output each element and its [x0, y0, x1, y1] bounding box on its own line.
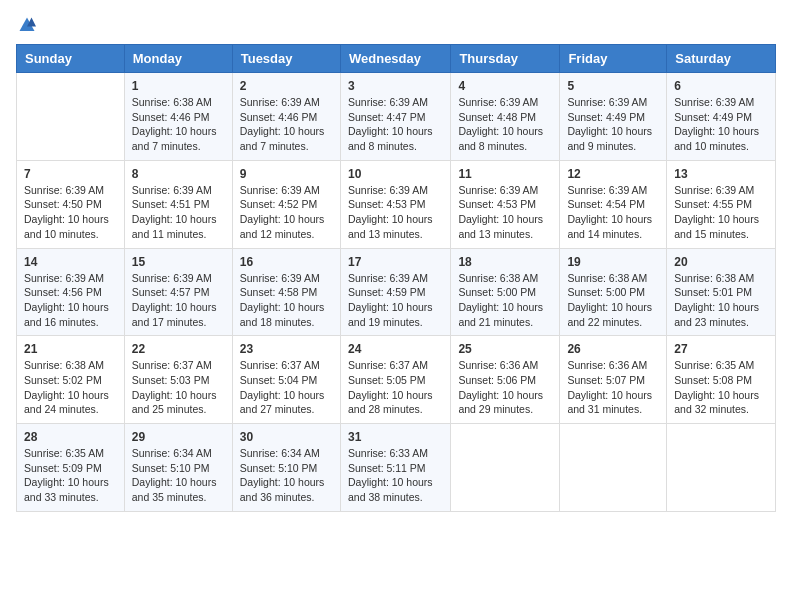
calendar-day-cell: 22Sunrise: 6:37 AMSunset: 5:03 PMDayligh… — [124, 336, 232, 424]
day-info: Sunrise: 6:39 AMSunset: 4:51 PMDaylight:… — [132, 183, 225, 242]
day-info: Sunrise: 6:33 AMSunset: 5:11 PMDaylight:… — [348, 446, 443, 505]
calendar-day-cell: 17Sunrise: 6:39 AMSunset: 4:59 PMDayligh… — [340, 248, 450, 336]
day-number: 2 — [240, 79, 333, 93]
calendar-day-cell — [667, 424, 776, 512]
day-number: 20 — [674, 255, 768, 269]
calendar-day-cell — [451, 424, 560, 512]
day-number: 27 — [674, 342, 768, 356]
day-info: Sunrise: 6:39 AMSunset: 4:59 PMDaylight:… — [348, 271, 443, 330]
calendar-day-cell: 24Sunrise: 6:37 AMSunset: 5:05 PMDayligh… — [340, 336, 450, 424]
day-info: Sunrise: 6:36 AMSunset: 5:07 PMDaylight:… — [567, 358, 659, 417]
day-number: 21 — [24, 342, 117, 356]
calendar-day-cell: 23Sunrise: 6:37 AMSunset: 5:04 PMDayligh… — [232, 336, 340, 424]
calendar-week-row: 1Sunrise: 6:38 AMSunset: 4:46 PMDaylight… — [17, 73, 776, 161]
day-number: 12 — [567, 167, 659, 181]
weekday-header: Saturday — [667, 45, 776, 73]
day-info: Sunrise: 6:38 AMSunset: 5:02 PMDaylight:… — [24, 358, 117, 417]
calendar-day-cell: 30Sunrise: 6:34 AMSunset: 5:10 PMDayligh… — [232, 424, 340, 512]
day-number: 25 — [458, 342, 552, 356]
calendar-day-cell: 25Sunrise: 6:36 AMSunset: 5:06 PMDayligh… — [451, 336, 560, 424]
day-number: 28 — [24, 430, 117, 444]
calendar-day-cell — [560, 424, 667, 512]
day-info: Sunrise: 6:37 AMSunset: 5:05 PMDaylight:… — [348, 358, 443, 417]
weekday-header: Tuesday — [232, 45, 340, 73]
day-info: Sunrise: 6:39 AMSunset: 4:48 PMDaylight:… — [458, 95, 552, 154]
calendar-week-row: 28Sunrise: 6:35 AMSunset: 5:09 PMDayligh… — [17, 424, 776, 512]
calendar-day-cell: 4Sunrise: 6:39 AMSunset: 4:48 PMDaylight… — [451, 73, 560, 161]
day-info: Sunrise: 6:39 AMSunset: 4:49 PMDaylight:… — [674, 95, 768, 154]
calendar-day-cell: 11Sunrise: 6:39 AMSunset: 4:53 PMDayligh… — [451, 160, 560, 248]
calendar-day-cell: 29Sunrise: 6:34 AMSunset: 5:10 PMDayligh… — [124, 424, 232, 512]
day-info: Sunrise: 6:35 AMSunset: 5:08 PMDaylight:… — [674, 358, 768, 417]
calendar-day-cell: 27Sunrise: 6:35 AMSunset: 5:08 PMDayligh… — [667, 336, 776, 424]
day-info: Sunrise: 6:39 AMSunset: 4:50 PMDaylight:… — [24, 183, 117, 242]
day-number: 7 — [24, 167, 117, 181]
calendar-week-row: 21Sunrise: 6:38 AMSunset: 5:02 PMDayligh… — [17, 336, 776, 424]
day-number: 23 — [240, 342, 333, 356]
day-number: 22 — [132, 342, 225, 356]
day-info: Sunrise: 6:39 AMSunset: 4:55 PMDaylight:… — [674, 183, 768, 242]
day-number: 24 — [348, 342, 443, 356]
calendar-day-cell: 3Sunrise: 6:39 AMSunset: 4:47 PMDaylight… — [340, 73, 450, 161]
day-info: Sunrise: 6:39 AMSunset: 4:52 PMDaylight:… — [240, 183, 333, 242]
day-number: 6 — [674, 79, 768, 93]
calendar-day-cell: 19Sunrise: 6:38 AMSunset: 5:00 PMDayligh… — [560, 248, 667, 336]
day-number: 26 — [567, 342, 659, 356]
calendar-day-cell: 18Sunrise: 6:38 AMSunset: 5:00 PMDayligh… — [451, 248, 560, 336]
weekday-header: Monday — [124, 45, 232, 73]
day-info: Sunrise: 6:39 AMSunset: 4:49 PMDaylight:… — [567, 95, 659, 154]
day-info: Sunrise: 6:35 AMSunset: 5:09 PMDaylight:… — [24, 446, 117, 505]
day-number: 13 — [674, 167, 768, 181]
calendar-day-cell — [17, 73, 125, 161]
day-number: 10 — [348, 167, 443, 181]
day-number: 31 — [348, 430, 443, 444]
day-info: Sunrise: 6:38 AMSunset: 5:01 PMDaylight:… — [674, 271, 768, 330]
calendar-day-cell: 6Sunrise: 6:39 AMSunset: 4:49 PMDaylight… — [667, 73, 776, 161]
calendar-day-cell: 2Sunrise: 6:39 AMSunset: 4:46 PMDaylight… — [232, 73, 340, 161]
calendar-table: SundayMondayTuesdayWednesdayThursdayFrid… — [16, 44, 776, 512]
day-info: Sunrise: 6:39 AMSunset: 4:53 PMDaylight:… — [348, 183, 443, 242]
calendar-day-cell: 9Sunrise: 6:39 AMSunset: 4:52 PMDaylight… — [232, 160, 340, 248]
day-info: Sunrise: 6:39 AMSunset: 4:47 PMDaylight:… — [348, 95, 443, 154]
calendar-day-cell: 12Sunrise: 6:39 AMSunset: 4:54 PMDayligh… — [560, 160, 667, 248]
calendar-header: SundayMondayTuesdayWednesdayThursdayFrid… — [17, 45, 776, 73]
day-number: 3 — [348, 79, 443, 93]
day-info: Sunrise: 6:34 AMSunset: 5:10 PMDaylight:… — [240, 446, 333, 505]
day-number: 29 — [132, 430, 225, 444]
day-info: Sunrise: 6:38 AMSunset: 5:00 PMDaylight:… — [567, 271, 659, 330]
calendar-week-row: 14Sunrise: 6:39 AMSunset: 4:56 PMDayligh… — [17, 248, 776, 336]
day-number: 18 — [458, 255, 552, 269]
day-info: Sunrise: 6:38 AMSunset: 5:00 PMDaylight:… — [458, 271, 552, 330]
day-info: Sunrise: 6:34 AMSunset: 5:10 PMDaylight:… — [132, 446, 225, 505]
calendar-day-cell: 14Sunrise: 6:39 AMSunset: 4:56 PMDayligh… — [17, 248, 125, 336]
calendar-day-cell: 20Sunrise: 6:38 AMSunset: 5:01 PMDayligh… — [667, 248, 776, 336]
calendar-day-cell: 15Sunrise: 6:39 AMSunset: 4:57 PMDayligh… — [124, 248, 232, 336]
day-number: 16 — [240, 255, 333, 269]
day-number: 17 — [348, 255, 443, 269]
day-number: 1 — [132, 79, 225, 93]
day-info: Sunrise: 6:39 AMSunset: 4:57 PMDaylight:… — [132, 271, 225, 330]
calendar-day-cell: 8Sunrise: 6:39 AMSunset: 4:51 PMDaylight… — [124, 160, 232, 248]
weekday-header: Wednesday — [340, 45, 450, 73]
day-number: 5 — [567, 79, 659, 93]
calendar-day-cell: 31Sunrise: 6:33 AMSunset: 5:11 PMDayligh… — [340, 424, 450, 512]
day-number: 14 — [24, 255, 117, 269]
day-info: Sunrise: 6:39 AMSunset: 4:58 PMDaylight:… — [240, 271, 333, 330]
logo — [16, 16, 36, 34]
calendar-day-cell: 5Sunrise: 6:39 AMSunset: 4:49 PMDaylight… — [560, 73, 667, 161]
weekday-header: Friday — [560, 45, 667, 73]
day-number: 4 — [458, 79, 552, 93]
day-info: Sunrise: 6:38 AMSunset: 4:46 PMDaylight:… — [132, 95, 225, 154]
day-number: 19 — [567, 255, 659, 269]
logo-icon — [18, 16, 36, 34]
day-number: 9 — [240, 167, 333, 181]
page-header — [16, 16, 776, 34]
day-info: Sunrise: 6:39 AMSunset: 4:54 PMDaylight:… — [567, 183, 659, 242]
weekday-header: Sunday — [17, 45, 125, 73]
day-number: 30 — [240, 430, 333, 444]
calendar-day-cell: 16Sunrise: 6:39 AMSunset: 4:58 PMDayligh… — [232, 248, 340, 336]
day-info: Sunrise: 6:36 AMSunset: 5:06 PMDaylight:… — [458, 358, 552, 417]
day-number: 15 — [132, 255, 225, 269]
calendar-day-cell: 21Sunrise: 6:38 AMSunset: 5:02 PMDayligh… — [17, 336, 125, 424]
calendar-body: 1Sunrise: 6:38 AMSunset: 4:46 PMDaylight… — [17, 73, 776, 512]
